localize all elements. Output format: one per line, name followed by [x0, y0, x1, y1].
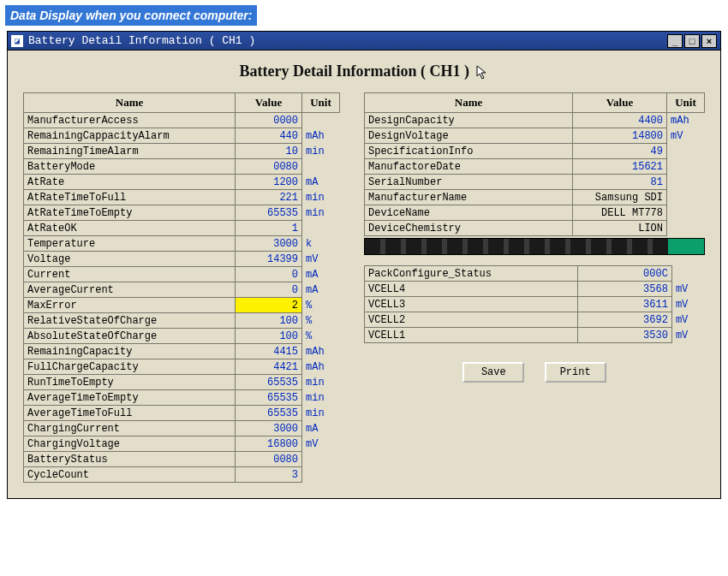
cell-name: DeviceChemistry [365, 221, 573, 236]
table-row: VCELL23692mV [365, 312, 705, 328]
col-header-value: Value [573, 93, 667, 113]
cell-unit: mAh [667, 113, 705, 128]
table-row: ChargingCurrent3000mA [24, 421, 340, 436]
cell-unit: mA [302, 267, 340, 282]
cell-name: SerialNumber [365, 175, 573, 190]
button-row: Save Print [364, 362, 705, 383]
cell-name: RemainingCappacityAlarm [24, 128, 236, 144]
table-row: DesignCapacity4400mAh [365, 113, 705, 128]
cell-value: Samsung SDI [573, 190, 667, 205]
table-row: AverageTimeToFull65535min [24, 406, 340, 421]
minimize-button[interactable]: _ [667, 34, 683, 48]
table-row: SerialNumber81 [365, 175, 705, 190]
cell-value: 0080 [236, 159, 302, 175]
cell-value: 0 [236, 282, 302, 298]
cell-value: 4415 [236, 344, 302, 359]
cell-value: 14399 [236, 252, 302, 267]
table-row: PackConfigure_Status000C [365, 266, 705, 282]
table-row: AverageCurrent0mA [24, 282, 340, 298]
table-row: VCELL33611mV [365, 297, 705, 312]
cell-value: 440 [236, 128, 302, 144]
print-button[interactable]: Print [545, 362, 606, 383]
page-title: Battery Detail Information ( CH1 ) [23, 62, 705, 80]
table-row: RunTimeToEmpty65535min [24, 375, 340, 390]
cell-name: RemainingTimeAlarm [24, 144, 236, 159]
col-header-name: Name [365, 93, 573, 113]
cell-value: 65535 [236, 390, 302, 406]
cell-name: PackConfigure_Status [365, 266, 578, 282]
table-row: Temperature3000k [24, 236, 340, 252]
cell-name: ManufactoreDate [365, 159, 573, 175]
cell-name: RelativeStateOfCharge [24, 313, 236, 329]
cell-unit [667, 175, 705, 190]
cell-value: 3568 [577, 282, 671, 297]
table-row: DeviceNameDELL MT778 [365, 205, 705, 221]
cell-name: AverageTimeToEmpty [24, 390, 236, 406]
cell-unit: min [302, 375, 340, 390]
table-row: AtRateTimeToFull221min [24, 190, 340, 205]
maximize-button[interactable]: □ [684, 34, 700, 48]
cell-unit [667, 205, 705, 221]
cell-unit: mA [302, 282, 340, 298]
cell-unit: mAh [302, 128, 340, 144]
table-row: RelativeStateOfCharge100% [24, 313, 340, 329]
cell-name: DesignCapacity [365, 113, 573, 128]
cell-value: 4421 [236, 359, 302, 375]
col-header-value: Value [236, 93, 302, 113]
cursor-icon [476, 65, 488, 80]
cell-name: VCELL4 [365, 282, 578, 297]
cell-value: 1 [236, 221, 302, 236]
watermark-strip [364, 238, 705, 255]
cell-name: Current [24, 267, 236, 282]
cell-unit: min [302, 406, 340, 421]
cell-name: AtRate [24, 175, 236, 190]
window: ◪ Battery Detail Information ( CH1 ) _ □… [7, 31, 721, 499]
cell-unit: mV [671, 297, 704, 312]
cell-name: BatteryStatus [24, 452, 236, 467]
cell-name: Voltage [24, 252, 236, 267]
cell-name: ManufacturerAccess [24, 113, 236, 128]
close-button[interactable]: × [701, 34, 717, 48]
col-header-name: Name [24, 93, 236, 113]
cell-unit [667, 221, 705, 236]
table-row: BatteryStatus0080 [24, 452, 340, 467]
cell-value: 100 [236, 329, 302, 344]
save-button[interactable]: Save [462, 362, 524, 383]
cell-unit: mV [302, 436, 340, 452]
cell-value: 3000 [236, 236, 302, 252]
table-row: AtRate1200mA [24, 175, 340, 190]
table-row: ManufactoreDate15621 [365, 159, 705, 175]
cell-value: 16800 [236, 436, 302, 452]
cell-unit [302, 113, 340, 128]
cell-unit: min [302, 390, 340, 406]
cell-unit: mV [671, 312, 704, 328]
cell-value: 15621 [573, 159, 667, 175]
table-row: AbsoluteStateOfCharge100% [24, 329, 340, 344]
table-row: DesignVoltage14800mV [365, 128, 705, 144]
cell-unit [671, 266, 704, 282]
cell-value: 3 [236, 467, 302, 483]
table-row: VCELL43568mV [365, 282, 705, 297]
titlebar: ◪ Battery Detail Information ( CH1 ) _ □… [8, 32, 720, 50]
cell-name: FullChargeCapacity [24, 359, 236, 375]
app-icon: ◪ [11, 35, 23, 47]
cell-name: AverageTimeToFull [24, 406, 236, 421]
table-row: BatteryMode0080 [24, 159, 340, 175]
table-row: AtRateTimeToEmpty65535min [24, 205, 340, 221]
col-header-unit: Unit [667, 93, 705, 113]
left-table: Name Value Unit ManufacturerAccess0000Re… [23, 92, 340, 483]
cell-value: 65535 [236, 375, 302, 390]
cell-name: RemainingCapacity [24, 344, 236, 359]
cell-unit [302, 159, 340, 175]
cell-name: AbsoluteStateOfCharge [24, 329, 236, 344]
table-row: Current0mA [24, 267, 340, 282]
cell-value: 49 [573, 144, 667, 159]
cell-value: 3692 [577, 312, 671, 328]
cell-name: SpecificationInfo [365, 144, 573, 159]
cell-unit: mV [671, 328, 704, 343]
cell-unit: mV [671, 282, 704, 297]
cell-value: 000C [577, 266, 671, 282]
cell-name: VCELL3 [365, 297, 578, 312]
client-area: Battery Detail Information ( CH1 ) Name … [8, 50, 720, 498]
table-row: Voltage14399mV [24, 252, 340, 267]
